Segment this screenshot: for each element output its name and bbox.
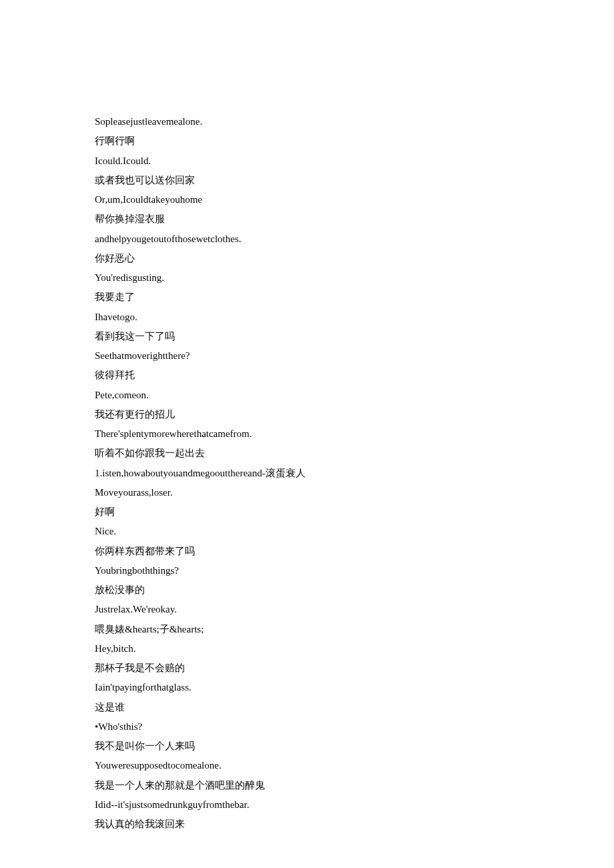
transcript-line: You'redisgusting. [95, 268, 614, 288]
transcript-line: Ihavetogo. [95, 308, 614, 327]
transcript-line: Or,um,Icouldtakeyouhome [95, 190, 614, 209]
transcript-line: Seethatmoverightthere? [95, 346, 614, 366]
transcript-line: Iain'tpayingforthatglass. [95, 678, 614, 697]
transcript-line: Moveyourass,loser. [95, 483, 614, 502]
transcript-line: 那杯子我是不会赔的 [95, 659, 614, 678]
transcript-line: Youbringboththings? [95, 561, 614, 580]
transcript-line: 好啊 [95, 502, 614, 522]
transcript-line: 我认真的给我滚回来 [95, 815, 614, 834]
transcript-line: Icould.Icould. [95, 151, 614, 171]
transcript-line: Pete,comeon. [95, 386, 614, 405]
transcript-line: 帮你换掉湿衣服 [95, 209, 614, 229]
transcript-line: There'splentymorewherethatcamefrom. [95, 424, 614, 444]
transcript-line: •Who'sthis? [95, 717, 614, 737]
transcript-line: 听着不如你跟我一起出去 [95, 444, 614, 463]
transcript-line: 你好恶心 [95, 249, 614, 268]
transcript-line: 喂臭婊&hearts;子&hearts; [95, 620, 614, 639]
transcript-line: 我还有更行的招儿 [95, 405, 614, 424]
transcript-line: Justrelax.We'reokay. [95, 600, 614, 619]
transcript-line: 行啊行啊 [95, 131, 614, 151]
transcript-line: 放松没事的 [95, 580, 614, 600]
transcript-line: andhelpyougetoutofthosewetclothes. [95, 230, 614, 249]
transcript-line: 我是一个人来的那就是个酒吧里的醉鬼 [95, 776, 614, 795]
transcript-line: 你两样东西都带来了吗 [95, 542, 614, 561]
transcript-line: 或者我也可以送你回家 [95, 171, 614, 190]
transcript-line: 看到我这一下了吗 [95, 327, 614, 346]
transcript-line: Nice. [95, 522, 614, 541]
transcript-line: Sopleasejustleavemealone. [95, 112, 614, 131]
transcript-line: 我不是叫你一个人来吗 [95, 737, 614, 756]
transcript-line: 彼得拜托 [95, 366, 614, 385]
transcript-line: Idid--it'sjustsomedrunkguyfromthebar. [95, 795, 614, 815]
transcript-line: 我要走了 [95, 288, 614, 307]
transcript-body: Sopleasejustleavemealone.行啊行啊Icould.Icou… [95, 112, 614, 834]
transcript-line: Hey,bitch. [95, 639, 614, 659]
transcript-line: 这是谁 [95, 698, 614, 717]
transcript-line: Youweresupposedtocomealone. [95, 756, 614, 775]
transcript-line: 1.isten,howaboutyouandmegooutthereand-滚蛋… [95, 464, 614, 483]
